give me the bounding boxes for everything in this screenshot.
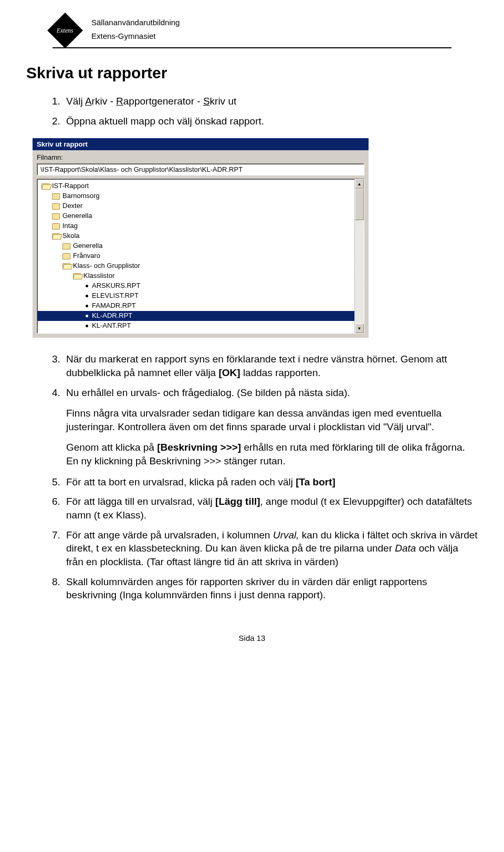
header-line-2: Extens-Gymnasiet <box>91 29 180 43</box>
folder-icon <box>62 243 70 250</box>
folder-open-icon <box>52 233 60 240</box>
dialog-titlebar[interactable]: Skriv ut rapport <box>33 138 369 150</box>
step-7: För att ange värde på urvalsraden, i kol… <box>63 528 478 569</box>
tree-item-label: Generella <box>62 211 92 221</box>
file-icon <box>86 325 88 327</box>
extens-logo: Extens <box>47 13 83 48</box>
page-title: Skriva ut rapporter <box>26 64 478 82</box>
tree-item[interactable]: ARSKURS.RPT <box>37 281 354 291</box>
filename-label: Filnamn: <box>37 153 364 161</box>
tree-item[interactable]: Generella <box>37 241 354 251</box>
page-footer: Sida 13 <box>26 633 478 642</box>
header-divider <box>52 47 452 48</box>
tree-item[interactable]: Skola <box>37 231 354 241</box>
folder-icon <box>52 223 60 230</box>
tree-item-label: Barnomsorg <box>62 191 100 201</box>
step-8: Skall kolumnvärden anges för rapporten s… <box>63 575 478 602</box>
step-3: När du markerat en rapport syns en förkl… <box>63 352 478 379</box>
tree-item[interactable]: Klass- och Grupplistor <box>37 261 354 271</box>
tree-item[interactable]: Intag <box>37 221 354 231</box>
folder-tree[interactable]: IST-RapportBarnomsorgDexterGenerellaInta… <box>37 179 354 333</box>
instruction-list-continued: När du markerat en rapport syns en förkl… <box>26 352 478 602</box>
tree-item[interactable]: ELEVLIST.RPT <box>37 291 354 301</box>
tree-item[interactable]: FAMADR.RPT <box>37 301 354 311</box>
file-icon <box>86 295 88 297</box>
tree-item-label: Dexter <box>62 201 82 211</box>
tree-item-label: ELEVLIST.RPT <box>92 291 139 301</box>
scroll-thumb[interactable] <box>355 189 364 220</box>
logo-text: Extens <box>57 27 74 35</box>
scroll-down-button[interactable]: ▼ <box>355 324 364 333</box>
tree-item-label: ARSKURS.RPT <box>92 281 140 291</box>
scroll-up-button[interactable]: ▲ <box>355 179 364 189</box>
header-line-1: Sällananvändarutbildning <box>91 16 180 29</box>
folder-open-icon <box>62 263 70 269</box>
tree-item-label: Frånvaro <box>73 251 100 261</box>
tree-item-label: KL-ANT.RPT <box>92 321 131 331</box>
step-4: Nu erhållel en urvals- och frågedialog. … <box>63 386 478 468</box>
tree-item[interactable]: KL-ADR.RPT <box>37 311 354 321</box>
tree-item[interactable]: Dexter <box>37 201 354 211</box>
tree-item[interactable]: Barnomsorg <box>37 191 354 201</box>
step-1: Välj Arkiv - Rapportgenerator - Skriv ut <box>63 95 478 108</box>
folder-open-icon <box>73 273 81 279</box>
scroll-track[interactable] <box>355 189 364 324</box>
tree-item[interactable]: Klasslistor <box>37 271 354 281</box>
document-header: Extens Sällananvändarutbildning Extens-G… <box>52 16 478 43</box>
tree-item-label: KL-ADR.RPT <box>92 311 132 321</box>
tree-item[interactable]: IST-Rapport <box>37 181 354 191</box>
folder-open-icon <box>41 183 49 190</box>
file-icon <box>86 315 88 317</box>
step-4-note-1: Finns några vita urvalsrader sedan tidig… <box>66 407 478 433</box>
folder-icon <box>52 203 60 210</box>
folder-icon <box>52 213 60 220</box>
tree-item-label: Skola <box>62 231 80 241</box>
vertical-scrollbar[interactable]: ▲ ▼ <box>354 179 364 333</box>
print-report-dialog: Skriv ut rapport Filnamn: \IST-Rapport\S… <box>33 138 369 338</box>
step-2: Öppna aktuell mapp och välj önskad rappo… <box>63 115 478 128</box>
file-icon <box>86 305 88 307</box>
folder-tree-container: IST-RapportBarnomsorgDexterGenerellaInta… <box>37 179 364 334</box>
tree-item-label: Klasslistor <box>83 271 114 281</box>
tree-item-label: FAMADR.RPT <box>92 301 136 311</box>
filename-field[interactable]: \IST-Rapport\Skola\Klass- och Grupplisto… <box>37 163 364 175</box>
folder-icon <box>62 253 70 259</box>
tree-item-label: Generella <box>73 241 102 251</box>
instruction-list: Välj Arkiv - Rapportgenerator - Skriv ut… <box>26 95 478 128</box>
step-5: För att ta bort en urvalsrad, klicka på … <box>63 475 478 489</box>
tree-item[interactable]: Frånvaro <box>37 251 354 261</box>
tree-item-label: Intag <box>62 221 78 231</box>
step-6: För att lägga till en urvalsrad, välj [L… <box>63 495 478 522</box>
step-4-note-2: Genom att klicka på [Beskrivning >>>] er… <box>66 441 478 467</box>
tree-item-label: IST-Rapport <box>52 181 89 191</box>
tree-item[interactable]: KL-ANT.RPT <box>37 321 354 331</box>
tree-item-label: Klass- och Grupplistor <box>73 261 140 271</box>
folder-icon <box>52 193 60 200</box>
file-icon <box>86 285 88 287</box>
tree-item[interactable]: Generella <box>37 211 354 221</box>
